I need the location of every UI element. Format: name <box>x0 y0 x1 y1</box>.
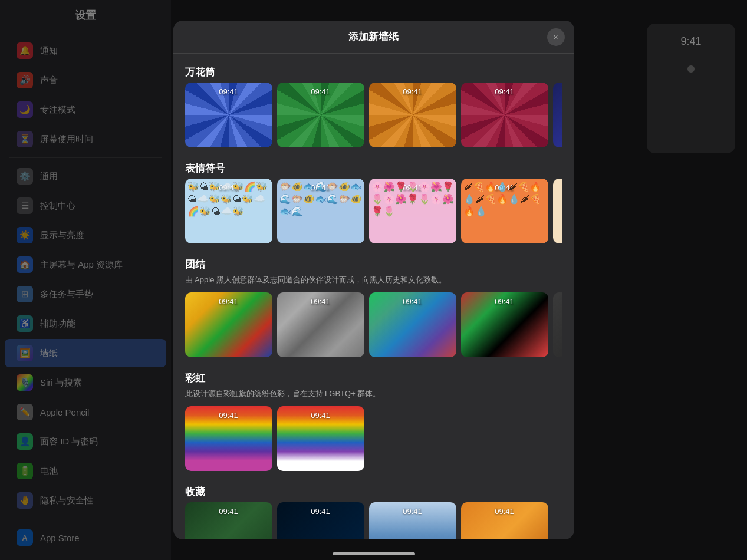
wallpaper-thumb[interactable]: 09:41 <box>185 406 272 471</box>
section-kaleidoscope: 万花筒 09:41 09:41 09:41 09:41 09:4 <box>185 65 562 147</box>
wallpaper-thumb[interactable]: 09:41 <box>185 292 272 357</box>
section-title-pride: 彩虹 <box>185 371 562 385</box>
modal-body[interactable]: 万花筒 09:41 09:41 09:41 09:41 09:4 <box>173 54 574 539</box>
wallpaper-thumb[interactable]: 09:41 <box>553 83 562 147</box>
wallpaper-thumb[interactable]: 09:41 🐡🐠🐟🌊🐡🐠🐟🌊🐡🐠🐟🌊🐡🐠🐟🌊 <box>277 179 364 243</box>
wallpaper-thumb[interactable]: 09:41 <box>277 292 364 357</box>
wallpaper-time: 09:41 <box>277 87 364 96</box>
emoji-content: 🐝🌤🐝☁️🐝🌈🐝🌤☁️🐝🐝🌤🐝☁️🌈🐝🌤☁️🐝 <box>185 179 272 243</box>
section-desc-unity: 由 Apple 黑人创意群体及志同道合的伙伴设计而成，向黑人历史和文化致敬。 <box>185 275 562 285</box>
wallpaper-thumb[interactable]: 09:41 🌶🍕🔥💧🌶🍕🔥💧🌶🍕🔥💧🌶🍕🔥💧 <box>461 179 548 243</box>
wallpaper-thumb[interactable]: 09:41 <box>369 502 456 539</box>
emoji-content: 🐡🐠🐟🌊🐡🐠🐟🌊🐡🐠🐟🌊🐡🐠🐟🌊 <box>277 179 364 243</box>
section-title-kaleidoscope: 万花筒 <box>185 65 562 79</box>
modal-overlay: 添加新墙纸 × 万花筒 09:41 09:41 09:41 <box>0 0 747 560</box>
section-title-unity: 团结 <box>185 258 562 271</box>
wallpaper-thumb[interactable]: 09:41 🐝🌤🐝☁️🐝🌈🐝🌤☁️🐝🐝🌤🐝☁️🌈🐝🌤☁️🐝 <box>185 179 272 243</box>
wallpaper-time: 09:41 <box>553 183 562 192</box>
pride-grid: 09:41 09:41 <box>185 406 562 471</box>
emoji-content: 🌸🌺🌹🌷🌸🌺🌹🌷🌸🌺🌹🌷🌸🌺🌹🌷 <box>369 179 456 243</box>
wallpaper-time: 09:41 <box>277 411 364 420</box>
home-indicator <box>333 552 415 555</box>
modal-close-button[interactable]: × <box>547 28 565 46</box>
emoji-grid: 09:41 🐝🌤🐝☁️🐝🌈🐝🌤☁️🐝🐝🌤🐝☁️🌈🐝🌤☁️🐝 09:41 🐡🐠🐟🌊… <box>185 179 562 243</box>
section-title-favorites: 收藏 <box>185 485 562 499</box>
wallpaper-time: 09:41 <box>185 87 272 96</box>
section-favorites: 收藏 09:41 09:41 你好 09:41 09:41 <box>185 485 562 539</box>
emoji-content: 🌶🍕🔥💧🌶🍕🔥💧🌶🍕🔥💧🌶🍕🔥💧 <box>461 179 548 243</box>
wallpaper-time: 09:41 <box>277 507 364 516</box>
wallpaper-time: 09:41 <box>185 411 272 420</box>
wallpaper-thumb[interactable]: 09:41 <box>369 83 456 147</box>
wallpaper-thumb[interactable]: 09:41 <box>461 292 548 357</box>
section-emoji: 表情符号 09:41 🐝🌤🐝☁️🐝🌈🐝🌤☁️🐝🐝🌤🐝☁️🌈🐝🌤☁️🐝 09:41… <box>185 162 562 243</box>
wallpaper-time: 09:41 <box>461 297 548 306</box>
wallpaper-thumb[interactable]: 09:41 <box>553 292 562 357</box>
section-pride: 彩虹 此设计源自彩虹旗的缤纷色彩，旨在支持 LGBTQ+ 群体。 09:41 0… <box>185 371 562 471</box>
wallpaper-time: 09:41 <box>185 297 272 306</box>
add-wallpaper-modal: 添加新墙纸 × 万花筒 09:41 09:41 09:41 <box>173 21 574 539</box>
favorites-grid: 09:41 09:41 你好 09:41 09:41 <box>185 502 562 539</box>
unity-grid: 09:41 09:41 09:41 09:41 09:41 <box>185 292 562 357</box>
section-title-emoji: 表情符号 <box>185 162 562 175</box>
wallpaper-thumb[interactable]: 09:41 <box>461 83 548 147</box>
wallpaper-time: 09:41 <box>369 297 456 306</box>
wallpaper-thumb[interactable]: 09:41 <box>185 83 272 147</box>
wallpaper-thumb[interactable]: 09:41 你好 <box>277 502 364 539</box>
wallpaper-time: 09:41 <box>185 507 272 516</box>
wallpaper-thumb[interactable]: 09:41 🌸🌺🌹🌷🌸🌺🌹🌷🌸🌺🌹🌷🌸🌺🌹🌷 <box>369 179 456 243</box>
wallpaper-thumb[interactable]: 09:41 <box>369 292 456 357</box>
wallpaper-time: 09:41 <box>369 507 456 516</box>
wallpaper-time: 09:41 <box>461 87 548 96</box>
section-desc-pride: 此设计源自彩虹旗的缤纷色彩，旨在支持 LGBTQ+ 群体。 <box>185 388 562 399</box>
wallpaper-time: 09:41 <box>553 87 562 96</box>
wallpaper-thumb[interactable]: 09:41 <box>277 406 364 471</box>
wallpaper-thumb[interactable]: 09:41 <box>185 502 272 539</box>
kaleidoscope-grid: 09:41 09:41 09:41 09:41 09:41 <box>185 83 562 147</box>
wallpaper-thumb[interactable]: 09:41 <box>461 502 548 539</box>
wallpaper-thumb[interactable]: 09:41 <box>277 83 364 147</box>
modal-title: 添加新墙纸 <box>348 30 399 44</box>
wallpaper-thumb[interactable]: 09:41 <box>553 179 562 243</box>
wallpaper-time: 09:41 <box>369 87 456 96</box>
modal-header: 添加新墙纸 × <box>173 21 574 54</box>
section-unity: 团结 由 Apple 黑人创意群体及志同道合的伙伴设计而成，向黑人历史和文化致敬… <box>185 258 562 357</box>
wallpaper-time: 09:41 <box>461 507 548 516</box>
wallpaper-time: 09:41 <box>553 297 562 306</box>
wallpaper-time: 09:41 <box>277 297 364 306</box>
